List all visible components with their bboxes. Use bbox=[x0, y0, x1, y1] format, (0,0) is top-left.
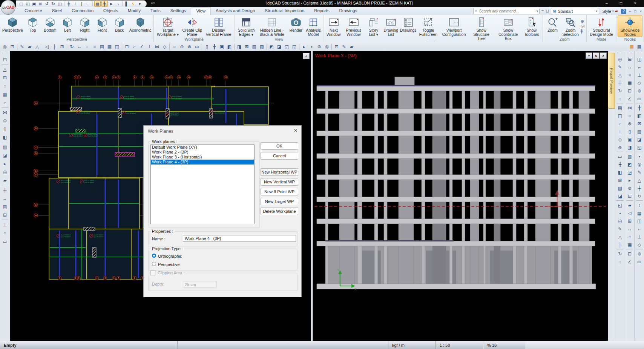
ribbon-item-back[interactable]: Back bbox=[111, 15, 128, 37]
right-tool-1-6-icon[interactable]: ↕ bbox=[616, 95, 624, 103]
right-tool-3-25-icon[interactable]: ⊕ bbox=[635, 250, 644, 258]
orthographic-radio[interactable] bbox=[152, 254, 156, 258]
perpendicular-snap-icon[interactable]: ⊥ bbox=[72, 1, 78, 6]
cancel-button[interactable]: Cancel bbox=[261, 152, 298, 160]
draw-tool-44-icon[interactable]: ▰ bbox=[348, 43, 355, 50]
draw-tool-12-icon[interactable]: ≡ bbox=[91, 43, 98, 50]
right-tool-2-5-icon[interactable]: ⊟ bbox=[626, 87, 634, 95]
mdi-restore-button[interactable]: □ bbox=[633, 9, 637, 13]
tab-structural-inspection[interactable]: Structural Inspection bbox=[260, 7, 309, 15]
search-dropdown-icon[interactable]: ▾ bbox=[537, 10, 538, 13]
right-tool-1-16-icon[interactable]: ⊠ bbox=[616, 176, 624, 184]
right-tool-1-9-icon[interactable]: ⌐ bbox=[616, 120, 624, 128]
right-tool-2-20-icon[interactable]: ◁ bbox=[626, 209, 634, 217]
side-tool-5-icon[interactable]: ▦ bbox=[1, 90, 9, 98]
right-tool-3-7-icon[interactable]: ╋ bbox=[635, 104, 644, 112]
status-scale[interactable]: 1 : 50 bbox=[436, 341, 483, 349]
parallel-snap-icon[interactable]: ∥ bbox=[79, 1, 84, 6]
work-plane-list-item[interactable]: Work Plane 3 - (Horizontal) bbox=[151, 155, 254, 160]
ribbon-item-previous-window[interactable]: Previous Window bbox=[342, 15, 365, 41]
tab-drawings[interactable]: Drawings bbox=[334, 7, 362, 15]
right-tool-2-22-icon[interactable]: ↔ bbox=[626, 225, 634, 233]
tab-objects[interactable]: Objects bbox=[98, 7, 123, 15]
delete-workplane-button[interactable]: Delete Workplane bbox=[261, 208, 298, 215]
side-tool-21-icon[interactable]: ○ bbox=[1, 229, 9, 237]
qat-more-icon[interactable]: ▾ bbox=[137, 1, 143, 6]
save-all-icon[interactable]: ⊞ bbox=[38, 1, 43, 6]
dialog-close-icon[interactable]: ✕ bbox=[294, 128, 297, 133]
draw-tool-35-icon[interactable]: ◪ bbox=[276, 43, 283, 50]
right-tool-2-1-icon[interactable]: ⊞ bbox=[626, 55, 634, 63]
draw-tool-34-icon[interactable]: ◩ bbox=[268, 43, 275, 50]
side-tool-2-icon[interactable]: △ bbox=[1, 65, 9, 73]
right-tool-3-14-icon[interactable]: ◎ bbox=[635, 160, 644, 168]
pan-icon[interactable]: ╋ bbox=[581, 29, 584, 33]
draw-tool-24-icon[interactable]: ⊗ bbox=[186, 43, 193, 50]
side-tool-8-icon[interactable]: ⊕ bbox=[1, 117, 9, 125]
draw-tool-15-icon[interactable]: ◫ bbox=[113, 43, 121, 50]
right-tool-1-17-icon[interactable]: ▨ bbox=[616, 184, 624, 192]
ribbon-item-show-hide-nodes[interactable]: Show/Hide Nodes bbox=[618, 15, 642, 37]
draw-tool-11-icon[interactable]: ↕ bbox=[83, 43, 90, 50]
right-tool-1-26-icon[interactable]: ↕ bbox=[616, 258, 624, 266]
mdi-minimize-button[interactable]: – bbox=[628, 9, 632, 13]
right-tool-2-26-icon[interactable]: ∠ bbox=[626, 258, 634, 266]
ok-button[interactable]: OK bbox=[261, 142, 298, 150]
zoom-window-icon[interactable]: ◲ bbox=[581, 24, 584, 28]
tab-tools[interactable]: Tools bbox=[146, 7, 166, 15]
draw-tool-40-icon[interactable]: ⊚ bbox=[316, 43, 323, 50]
right-tool-3-2-icon[interactable]: ⌐ bbox=[635, 63, 644, 71]
draw-tool-38-icon[interactable]: ▸ bbox=[301, 43, 308, 50]
ribbon-item-render[interactable]: Render bbox=[287, 15, 305, 37]
side-tool-14-icon[interactable]: ◎ bbox=[1, 168, 9, 176]
draw-tool-18-icon[interactable]: ∠ bbox=[138, 43, 146, 50]
draw-tool-8-icon[interactable]: ⊞ bbox=[58, 43, 66, 50]
right-tool-2-11-icon[interactable]: ▣ bbox=[626, 135, 634, 143]
new-target-wp-button[interactable]: New Target WP bbox=[261, 198, 298, 205]
ribbon-item-story-list[interactable]: Story List ▾ bbox=[365, 15, 382, 41]
side-tool-3-icon[interactable]: ⊞ bbox=[1, 74, 9, 81]
draw-tool-6-icon[interactable]: ◁ bbox=[43, 43, 51, 50]
viewport-axis-button-y[interactable]: Y bbox=[586, 52, 592, 59]
right-tool-2-17-icon[interactable]: ⊚ bbox=[626, 184, 634, 192]
tab-reports[interactable]: Reports bbox=[309, 7, 334, 15]
right-tool-2-16-icon[interactable]: ▸ bbox=[626, 176, 634, 184]
right-tool-2-15-icon[interactable]: ◲ bbox=[626, 168, 634, 176]
right-tool-2-19-icon[interactable]: ▰ bbox=[626, 201, 634, 209]
right-tool-1-7-icon[interactable]: ▤ bbox=[616, 104, 624, 112]
ribbon-item-front[interactable]: Front bbox=[94, 15, 111, 37]
ribbon-item-viewport-configuration[interactable]: Viewport Configuration bbox=[440, 15, 468, 41]
right-tool-3-5-icon[interactable]: ⊕ bbox=[635, 87, 644, 95]
corner-snap-icon[interactable]: ∟ bbox=[85, 1, 91, 6]
right-tool-1-14-icon[interactable]: ╋ bbox=[616, 160, 624, 168]
right-tool-1-15-icon[interactable]: ◧ bbox=[616, 168, 624, 176]
ribbon-item-hidden-line-black-white[interactable]: Hidden Line - Black & White bbox=[257, 15, 287, 37]
ribbon-item-show-structure-tree[interactable]: Show Structure Tree bbox=[468, 15, 494, 41]
right-tool-2-18-icon[interactable]: ⊡ bbox=[626, 192, 634, 200]
ribbon-item-top[interactable]: Top bbox=[24, 15, 41, 37]
right-tool-1-20-icon[interactable]: ▪ bbox=[616, 209, 624, 217]
orthographic-label[interactable]: Orthographic bbox=[158, 254, 182, 258]
right-tool-3-15-icon[interactable]: ✎ bbox=[635, 168, 644, 176]
right-tool-1-19-icon[interactable]: ◱ bbox=[616, 201, 624, 209]
draw-tool-42-icon[interactable]: ⊡ bbox=[333, 43, 340, 50]
right-tool-2-8-icon[interactable]: ○ bbox=[626, 112, 634, 120]
help-button[interactable]: ? bbox=[621, 9, 626, 14]
new-vertical-wp-button[interactable]: New Vertical WP bbox=[261, 178, 298, 186]
draw-tool-37-icon[interactable]: ◱ bbox=[291, 43, 298, 50]
mdi-close-button[interactable]: × bbox=[639, 9, 642, 13]
draw-tool-19-icon[interactable]: ⊥ bbox=[146, 43, 153, 50]
redo-icon[interactable]: ↻ bbox=[51, 1, 56, 6]
clipping-checkbox[interactable] bbox=[150, 271, 155, 275]
right-tool-1-3-icon[interactable]: △ bbox=[616, 71, 624, 79]
right-tool-3-11-icon[interactable]: ◪ bbox=[635, 135, 644, 143]
right-tool-1-18-icon[interactable]: ◪ bbox=[616, 192, 624, 200]
viewport-collapse-button[interactable]: ∧ bbox=[303, 53, 310, 59]
right-tool-3-6-icon[interactable]: ▭ bbox=[635, 95, 644, 103]
right-tool-3-18-icon[interactable]: ↻ bbox=[635, 192, 644, 200]
side-tool-20-icon[interactable]: ⊥ bbox=[1, 221, 9, 229]
draw-tool-25-icon[interactable]: ▭ bbox=[193, 43, 201, 50]
draw-tool-22-icon[interactable]: ○ bbox=[171, 43, 178, 50]
work-plane-list-item[interactable]: Work Plane 4 - (3P) bbox=[151, 160, 254, 165]
right-tool-3-8-icon[interactable]: ◧ bbox=[635, 112, 644, 120]
